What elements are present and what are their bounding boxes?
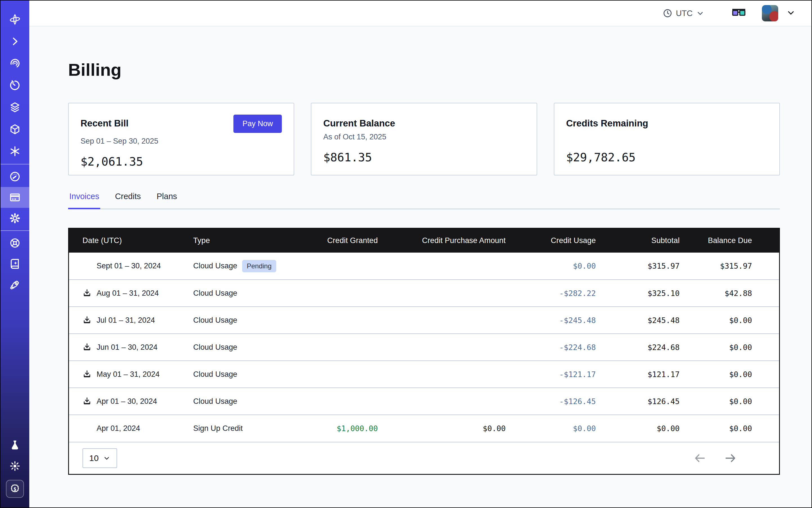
card-title: Recent Bill [81, 115, 129, 129]
page-size-select[interactable]: 10 [83, 448, 117, 468]
card-amount: $861.35 [323, 151, 524, 164]
download-icon [83, 370, 91, 379]
credit-purchase-value: $0.00 [378, 415, 506, 442]
credit-granted-value [303, 280, 378, 307]
credit-card-icon [9, 192, 21, 203]
sidebar: $ [1, 1, 29, 507]
col-credit-usage: Credit Usage [506, 229, 596, 253]
tab-invoices[interactable]: Invoices [68, 192, 100, 209]
download-icon [83, 397, 91, 406]
prev-page-button[interactable] [693, 452, 707, 465]
credit-usage-value: $0.00 [506, 253, 596, 280]
gear-icon[interactable] [1, 208, 29, 229]
download-invoice-button[interactable] [83, 370, 91, 379]
arrow-right-icon [724, 452, 737, 465]
col-credit-granted: Credit Granted [303, 229, 378, 253]
balance-due-value: $42.88 [680, 280, 779, 307]
invoice-type: Cloud Usage [193, 343, 237, 352]
monitor-spiral-icon[interactable] [1, 52, 29, 74]
download-invoice-button[interactable] [83, 397, 91, 406]
credit-granted-value [303, 361, 378, 388]
book-sparkle-icon[interactable] [1, 253, 29, 274]
demo-glasses-button[interactable] [731, 8, 746, 19]
chevron-down-icon [696, 9, 704, 17]
pay-now-button[interactable]: Pay Now [233, 115, 282, 133]
invoice-date: Apr 01, 2024 [96, 424, 140, 433]
sidebar-divider [1, 164, 29, 164]
invoice-date: May 01 – 31, 2024 [96, 370, 160, 379]
history-icon[interactable] [1, 74, 29, 96]
sun-icon[interactable] [1, 456, 29, 476]
subtotal-value: $224.68 [596, 334, 680, 361]
collapse-chevron-icon[interactable] [1, 31, 29, 52]
logo-orbit-icon[interactable] [1, 8, 29, 31]
card-subtitle: As of Oct 15, 2025 [323, 133, 524, 142]
card-title: Current Balance [323, 115, 395, 129]
credit-purchase-value [378, 361, 506, 388]
card-amount: $2,061.35 [81, 155, 282, 168]
summary-cards: Recent Bill Pay Now Sep 01 – Sep 30, 202… [68, 103, 780, 175]
invoice-type: Cloud Usage [193, 262, 237, 270]
3d-glasses-icon [731, 8, 746, 19]
credits-remaining-card: Credits Remaining $29,782.65 [554, 103, 780, 175]
tab-credits[interactable]: Credits [114, 192, 142, 209]
credits-badge-button[interactable]: $ [1, 476, 29, 501]
download-invoice-button[interactable] [83, 316, 91, 325]
user-avatar[interactable] [762, 5, 778, 22]
topbar: UTC [29, 1, 811, 27]
download-icon [83, 289, 91, 298]
asterisk-icon[interactable] [1, 140, 29, 162]
timezone-selector[interactable]: UTC [663, 8, 704, 18]
current-balance-card: Current Balance As of Oct 15, 2025 $861.… [311, 103, 537, 175]
flask-icon[interactable] [1, 435, 29, 456]
page-title: Billing [68, 60, 780, 80]
download-invoice-button[interactable] [83, 343, 91, 352]
subtotal-value: $315.97 [596, 253, 680, 280]
credit-granted-value [303, 307, 378, 334]
subtotal-value: $325.10 [596, 280, 680, 307]
table-footer: 10 [69, 442, 779, 474]
invoice-type: Cloud Usage [193, 370, 237, 379]
subtotal-value: $126.45 [596, 388, 680, 415]
layers-icon[interactable] [1, 96, 29, 118]
credit-usage-value: -$126.45 [506, 388, 596, 415]
credit-purchase-value [378, 388, 506, 415]
invoice-type: Cloud Usage [193, 289, 237, 298]
col-date: Date (UTC) [69, 229, 193, 253]
ship-wheel-icon[interactable] [1, 232, 29, 253]
chevron-down-icon [103, 455, 111, 462]
credit-purchase-value [378, 253, 506, 280]
credit-granted-value [303, 388, 378, 415]
rocket-icon[interactable] [1, 274, 29, 295]
invoice-date: Aug 01 – 31, 2024 [96, 289, 159, 298]
credit-purchase-value [378, 307, 506, 334]
download-invoice-button[interactable] [83, 289, 91, 298]
card-subtitle: Sep 01 – Sep 30, 2025 [81, 137, 282, 146]
table-header-row: Date (UTC) Type Credit Granted Credit Pu… [69, 229, 779, 253]
credit-usage-value: -$282.22 [506, 280, 596, 307]
card-amount: $29,782.65 [566, 151, 768, 164]
balance-due-value: $0.00 [680, 334, 779, 361]
balance-due-value: $0.00 [680, 361, 779, 388]
billing-tabs: Invoices Credits Plans [68, 192, 780, 209]
credit-usage-value: $0.00 [506, 415, 596, 442]
next-page-button[interactable] [724, 452, 737, 465]
invoices-table: Date (UTC) Type Credit Granted Credit Pu… [69, 229, 779, 442]
table-row: Jun 01 – 30, 2024 Cloud Usage -$224.68 $… [69, 334, 779, 361]
gauge-icon[interactable] [1, 166, 29, 187]
invoice-type: Cloud Usage [193, 397, 237, 406]
sidebar-item-billing[interactable] [1, 187, 29, 208]
dollar-badge-icon: $ [9, 483, 20, 495]
balance-due-value: $0.00 [680, 415, 779, 442]
balance-due-value: $0.00 [680, 307, 779, 334]
tab-plans[interactable]: Plans [156, 192, 178, 209]
invoice-date: Apr 01 – 30, 2024 [96, 397, 157, 406]
credit-granted-value [303, 253, 378, 280]
page-size-value: 10 [89, 453, 98, 463]
balance-due-value: $0.00 [680, 388, 779, 415]
credit-usage-value: -$224.68 [506, 334, 596, 361]
col-credit-purchase: Credit Purchase Amount [378, 229, 506, 253]
cube-icon[interactable] [1, 118, 29, 140]
table-row: Apr 01, 2024 Sign Up Credit $1,000.00 $0… [69, 415, 779, 442]
user-menu-button[interactable] [786, 8, 796, 18]
